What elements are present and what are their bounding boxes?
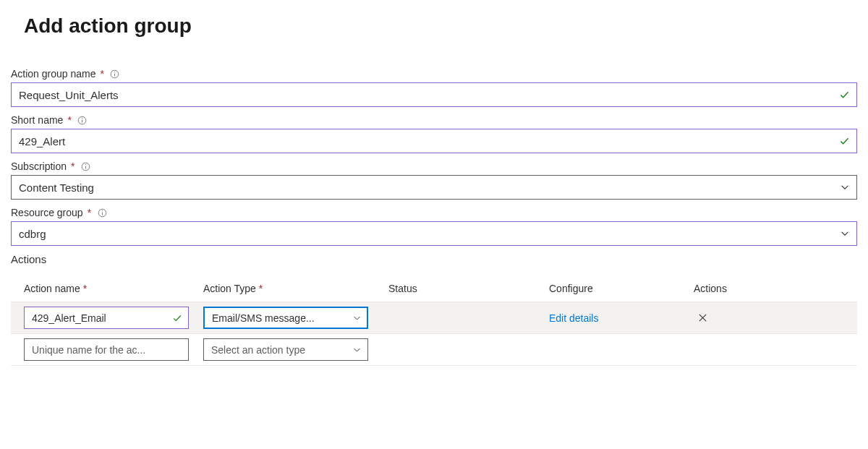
- field-subscription: Subscription * Content Testing: [11, 161, 857, 200]
- actions-table: Action name * Action Type * Status Confi…: [11, 277, 857, 366]
- field-resource-group: Resource group * cdbrg: [11, 207, 857, 246]
- required-asterisk: *: [71, 161, 75, 172]
- action-name-input-new[interactable]: [24, 338, 189, 361]
- field-short-name: Short name *: [11, 114, 857, 153]
- table-row-new: Select an action type: [11, 334, 857, 366]
- required-asterisk: *: [101, 68, 104, 80]
- col-header-status: Status: [381, 277, 542, 302]
- info-icon[interactable]: [97, 208, 107, 218]
- info-icon[interactable]: [77, 115, 88, 125]
- status-cell: [381, 302, 542, 334]
- page-title: Add action group: [11, 14, 857, 38]
- col-header-type: Action Type: [203, 283, 256, 294]
- delete-action-button[interactable]: [694, 309, 711, 327]
- required-asterisk: *: [83, 283, 87, 294]
- actions-heading: Actions: [11, 253, 857, 265]
- label-action-group-name: Action group name: [11, 68, 96, 80]
- action-group-name-input[interactable]: [11, 82, 857, 107]
- required-asterisk: *: [67, 114, 71, 126]
- col-header-configure: Configure: [542, 277, 686, 302]
- action-name-input[interactable]: [24, 307, 189, 329]
- action-type-select-new[interactable]: Select an action type: [203, 338, 368, 361]
- field-action-group-name: Action group name *: [11, 68, 857, 107]
- required-asterisk: *: [259, 283, 263, 294]
- col-header-actions: Actions: [686, 277, 857, 302]
- subscription-select[interactable]: Content Testing: [11, 175, 857, 200]
- table-row: Email/SMS message... Edit details: [11, 302, 857, 334]
- label-subscription: Subscription: [11, 161, 67, 172]
- label-resource-group: Resource group: [11, 207, 83, 218]
- info-icon[interactable]: [110, 69, 120, 79]
- info-icon[interactable]: [81, 161, 91, 171]
- required-asterisk: *: [88, 207, 91, 218]
- edit-details-link[interactable]: Edit details: [549, 312, 598, 324]
- resource-group-select[interactable]: cdbrg: [11, 221, 857, 246]
- short-name-input[interactable]: [11, 129, 857, 153]
- action-type-select[interactable]: Email/SMS message...: [203, 307, 368, 329]
- col-header-name: Action name: [24, 283, 80, 294]
- label-short-name: Short name: [11, 114, 63, 126]
